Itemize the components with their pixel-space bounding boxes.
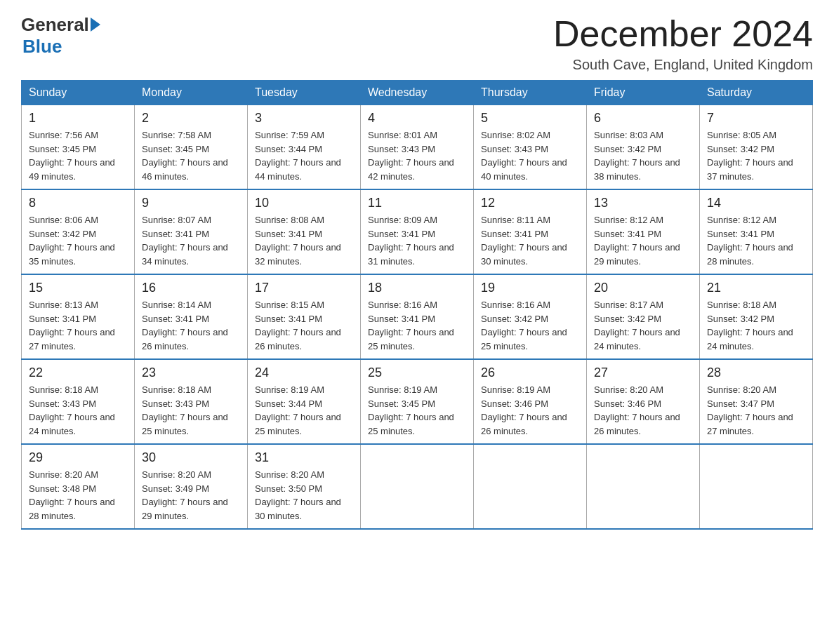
day-info: Sunrise: 8:12 AMSunset: 3:41 PMDaylight:… [594, 215, 680, 267]
day-info: Sunrise: 8:18 AMSunset: 3:42 PMDaylight:… [707, 300, 793, 351]
day-info: Sunrise: 8:06 AMSunset: 3:42 PMDaylight:… [29, 215, 115, 267]
day-info: Sunrise: 8:02 AMSunset: 3:43 PMDaylight:… [481, 130, 567, 182]
calendar-cell: 8 Sunrise: 8:06 AMSunset: 3:42 PMDayligh… [22, 189, 135, 274]
calendar-week-row: 15 Sunrise: 8:13 AMSunset: 3:41 PMDaylig… [22, 274, 813, 359]
day-number: 8 [29, 196, 127, 210]
day-number: 14 [707, 196, 805, 210]
day-info: Sunrise: 8:08 AMSunset: 3:41 PMDaylight:… [255, 215, 341, 267]
day-number: 9 [142, 196, 240, 210]
day-number: 10 [255, 196, 353, 210]
day-number: 6 [594, 111, 692, 126]
day-number: 11 [368, 196, 466, 210]
header-friday: Friday [587, 81, 700, 105]
day-info: Sunrise: 7:58 AMSunset: 3:45 PMDaylight:… [142, 130, 228, 182]
day-info: Sunrise: 8:20 AMSunset: 3:48 PMDaylight:… [29, 469, 115, 521]
calendar-cell: 1 Sunrise: 7:56 AMSunset: 3:45 PMDayligh… [22, 105, 135, 190]
day-info: Sunrise: 8:20 AMSunset: 3:46 PMDaylight:… [594, 384, 680, 436]
day-info: Sunrise: 8:11 AMSunset: 3:41 PMDaylight:… [481, 215, 567, 267]
day-info: Sunrise: 8:20 AMSunset: 3:47 PMDaylight:… [707, 384, 793, 436]
calendar-cell: 9 Sunrise: 8:07 AMSunset: 3:41 PMDayligh… [135, 189, 248, 274]
location-text: South Cave, England, United Kingdom [553, 57, 813, 73]
day-info: Sunrise: 8:01 AMSunset: 3:43 PMDaylight:… [368, 130, 454, 182]
day-info: Sunrise: 8:07 AMSunset: 3:41 PMDaylight:… [142, 215, 228, 267]
day-number: 12 [481, 196, 579, 210]
day-number: 16 [142, 281, 240, 295]
day-number: 15 [29, 281, 127, 295]
day-number: 29 [29, 450, 127, 465]
day-number: 22 [29, 365, 127, 380]
calendar-week-row: 8 Sunrise: 8:06 AMSunset: 3:42 PMDayligh… [22, 189, 813, 274]
calendar-cell: 31 Sunrise: 8:20 AMSunset: 3:50 PMDaylig… [248, 444, 361, 529]
day-info: Sunrise: 8:18 AMSunset: 3:43 PMDaylight:… [142, 384, 228, 436]
calendar-cell: 23 Sunrise: 8:18 AMSunset: 3:43 PMDaylig… [135, 359, 248, 444]
day-info: Sunrise: 8:17 AMSunset: 3:42 PMDaylight:… [594, 300, 680, 351]
calendar-cell: 27 Sunrise: 8:20 AMSunset: 3:46 PMDaylig… [587, 359, 700, 444]
calendar-cell [361, 444, 474, 529]
month-title: December 2024 [553, 14, 813, 54]
day-number: 30 [142, 450, 240, 465]
day-number: 13 [594, 196, 692, 210]
day-number: 20 [594, 281, 692, 295]
calendar-cell: 28 Sunrise: 8:20 AMSunset: 3:47 PMDaylig… [700, 359, 813, 444]
calendar-cell: 10 Sunrise: 8:08 AMSunset: 3:41 PMDaylig… [248, 189, 361, 274]
day-number: 31 [255, 450, 353, 465]
calendar-cell: 17 Sunrise: 8:15 AMSunset: 3:41 PMDaylig… [248, 274, 361, 359]
calendar-cell: 15 Sunrise: 8:13 AMSunset: 3:41 PMDaylig… [22, 274, 135, 359]
calendar-cell [587, 444, 700, 529]
day-number: 4 [368, 111, 466, 126]
calendar-cell: 11 Sunrise: 8:09 AMSunset: 3:41 PMDaylig… [361, 189, 474, 274]
day-number: 1 [29, 111, 127, 126]
header-saturday: Saturday [700, 81, 813, 105]
header-wednesday: Wednesday [361, 81, 474, 105]
calendar-cell: 21 Sunrise: 8:18 AMSunset: 3:42 PMDaylig… [700, 274, 813, 359]
logo: General Blue [21, 14, 100, 58]
calendar-cell: 29 Sunrise: 8:20 AMSunset: 3:48 PMDaylig… [22, 444, 135, 529]
day-number: 5 [481, 111, 579, 126]
calendar-cell: 19 Sunrise: 8:16 AMSunset: 3:42 PMDaylig… [474, 274, 587, 359]
day-info: Sunrise: 8:19 AMSunset: 3:44 PMDaylight:… [255, 384, 341, 436]
calendar-header-row: SundayMondayTuesdayWednesdayThursdayFrid… [22, 81, 813, 105]
calendar-cell: 3 Sunrise: 7:59 AMSunset: 3:44 PMDayligh… [248, 105, 361, 190]
calendar-cell [474, 444, 587, 529]
day-info: Sunrise: 8:12 AMSunset: 3:41 PMDaylight:… [707, 215, 793, 267]
day-info: Sunrise: 8:03 AMSunset: 3:42 PMDaylight:… [594, 130, 680, 182]
day-info: Sunrise: 8:14 AMSunset: 3:41 PMDaylight:… [142, 300, 228, 351]
day-number: 19 [481, 281, 579, 295]
day-info: Sunrise: 7:59 AMSunset: 3:44 PMDaylight:… [255, 130, 341, 182]
calendar-cell: 7 Sunrise: 8:05 AMSunset: 3:42 PMDayligh… [700, 105, 813, 190]
calendar-cell: 5 Sunrise: 8:02 AMSunset: 3:43 PMDayligh… [474, 105, 587, 190]
header-tuesday: Tuesday [248, 81, 361, 105]
day-info: Sunrise: 8:20 AMSunset: 3:49 PMDaylight:… [142, 469, 228, 521]
calendar-week-row: 29 Sunrise: 8:20 AMSunset: 3:48 PMDaylig… [22, 444, 813, 529]
day-number: 2 [142, 111, 240, 126]
calendar-cell: 12 Sunrise: 8:11 AMSunset: 3:41 PMDaylig… [474, 189, 587, 274]
calendar-cell: 24 Sunrise: 8:19 AMSunset: 3:44 PMDaylig… [248, 359, 361, 444]
day-number: 28 [707, 365, 805, 380]
title-section: December 2024 South Cave, England, Unite… [553, 14, 813, 73]
day-info: Sunrise: 8:16 AMSunset: 3:42 PMDaylight:… [481, 300, 567, 351]
logo-blue-text: Blue [22, 36, 62, 58]
logo-general-text: General [21, 14, 89, 36]
header-thursday: Thursday [474, 81, 587, 105]
logo-arrow-icon [91, 18, 100, 32]
day-info: Sunrise: 8:16 AMSunset: 3:41 PMDaylight:… [368, 300, 454, 351]
calendar-cell: 30 Sunrise: 8:20 AMSunset: 3:49 PMDaylig… [135, 444, 248, 529]
calendar-cell: 25 Sunrise: 8:19 AMSunset: 3:45 PMDaylig… [361, 359, 474, 444]
calendar-cell: 20 Sunrise: 8:17 AMSunset: 3:42 PMDaylig… [587, 274, 700, 359]
day-info: Sunrise: 8:20 AMSunset: 3:50 PMDaylight:… [255, 469, 341, 521]
calendar-cell: 6 Sunrise: 8:03 AMSunset: 3:42 PMDayligh… [587, 105, 700, 190]
day-info: Sunrise: 8:18 AMSunset: 3:43 PMDaylight:… [29, 384, 115, 436]
day-number: 25 [368, 365, 466, 380]
day-info: Sunrise: 8:19 AMSunset: 3:46 PMDaylight:… [481, 384, 567, 436]
day-info: Sunrise: 8:13 AMSunset: 3:41 PMDaylight:… [29, 300, 115, 351]
header-monday: Monday [135, 81, 248, 105]
calendar-cell: 2 Sunrise: 7:58 AMSunset: 3:45 PMDayligh… [135, 105, 248, 190]
day-info: Sunrise: 7:56 AMSunset: 3:45 PMDaylight:… [29, 130, 115, 182]
page-header: General Blue December 2024 South Cave, E… [21, 14, 813, 73]
calendar-cell: 26 Sunrise: 8:19 AMSunset: 3:46 PMDaylig… [474, 359, 587, 444]
calendar-cell: 18 Sunrise: 8:16 AMSunset: 3:41 PMDaylig… [361, 274, 474, 359]
day-info: Sunrise: 8:05 AMSunset: 3:42 PMDaylight:… [707, 130, 793, 182]
calendar-week-row: 22 Sunrise: 8:18 AMSunset: 3:43 PMDaylig… [22, 359, 813, 444]
calendar-cell: 22 Sunrise: 8:18 AMSunset: 3:43 PMDaylig… [22, 359, 135, 444]
day-number: 7 [707, 111, 805, 126]
